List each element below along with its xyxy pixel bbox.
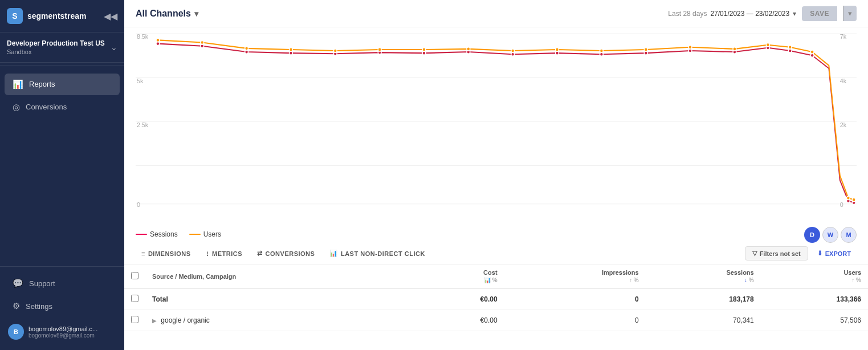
workspace-name: Developer Production Test US [7,39,105,48]
sidebar-collapse-button[interactable]: ◀◀ [104,11,117,22]
svg-point-45 [733,47,736,51]
table-row: ▶ google / organic €0.00 0 70,341 57,506 [124,310,868,331]
export-button[interactable]: ⬇ EXPORT [812,247,857,260]
sidebar-item-reports[interactable]: 📊 Reports [5,74,120,95]
sidebar-item-support[interactable]: 💬 Support [5,272,120,294]
expand-icon[interactable]: ▶ [152,318,157,324]
svg-point-39 [467,47,470,51]
svg-text:7k: 7k [840,33,847,40]
svg-point-25 [688,49,692,52]
svg-point-44 [688,46,692,49]
conversions-toolbar-icon: ⇄ [257,250,263,257]
svg-point-24 [644,51,647,55]
dimensions-button[interactable]: ≡ DIMENSIONS [136,247,197,260]
col-impressions-label: Impressions [602,269,639,276]
col-users-label: Users [843,269,861,276]
sidebar-logo: S segmentstream [7,8,87,24]
svg-text:4k: 4k [840,78,847,84]
col-sessions-label: Sessions [726,269,753,276]
filters-button[interactable]: ▽ Filters not set [745,246,808,261]
col-header-impressions: Impressions ↑ % [504,264,646,288]
support-icon: 💬 [13,278,23,288]
filter-icon: ▽ [752,250,757,257]
svg-point-19 [422,51,426,55]
sidebar-item-conversions[interactable]: ◎ Conversions [5,96,120,118]
chart-area: 8.5k 5k 2.5k 0 7k 4k 2k 0 [124,27,868,227]
workspace-chevron-icon[interactable]: ⌄ [111,43,117,52]
col-header-sessions[interactable]: Sessions ↓ % [646,264,761,288]
svg-point-37 [378,48,381,51]
sidebar-item-settings[interactable]: ⚙ Settings [5,295,120,317]
row-checkbox[interactable] [131,316,138,323]
svg-point-28 [788,49,792,52]
granularity-week-button[interactable]: W [822,227,838,243]
sessions-line-indicator [136,234,147,235]
row-source-label: google / organic [161,316,209,324]
sessions-sub-percent: % [749,277,754,283]
svg-point-29 [810,54,814,57]
svg-point-35 [290,48,293,51]
granularity-month-button[interactable]: M [841,227,857,243]
svg-point-16 [290,51,293,55]
svg-point-40 [511,49,515,52]
export-label: EXPORT [825,250,851,257]
total-checkbox[interactable] [131,295,138,302]
save-dropdown-button[interactable]: ▾ [843,6,857,21]
svg-point-13 [156,42,160,46]
legend-sessions[interactable]: Sessions [136,230,178,238]
svg-text:2k: 2k [840,121,847,128]
time-granularity-group: D W M [804,227,857,243]
export-icon: ⬇ [817,250,822,257]
svg-point-42 [600,49,603,52]
chart-legend: Sessions Users D W M [124,227,868,243]
chart-svg: 8.5k 5k 2.5k 0 7k 4k 2k 0 [136,33,857,210]
col-header-source: Source / Medium, Campaign [145,264,418,288]
svg-point-48 [810,50,814,54]
impressions-sub-icons: ↑ % [629,277,639,283]
metrics-button[interactable]: ⫶ METRICS [200,247,248,260]
table-body: Total €0.00 0 183,178 133,366 ▶ google /… [124,288,868,331]
date-range-selector[interactable]: Last 28 days 27/01/2023 — 23/02/2023 ▾ [668,10,796,18]
sessions-sort-icon[interactable]: ↓ [744,277,747,283]
row-sessions: 70,341 [646,310,761,331]
sidebar-item-support-label: Support [29,279,55,288]
filters-label: Filters not set [760,250,801,257]
conversions-button[interactable]: ⇄ CONVERSIONS [251,247,320,260]
table-total-row: Total €0.00 0 183,178 133,366 [124,288,868,310]
row-users: 57,506 [761,310,868,331]
header-right: Last 28 days 27/01/2023 — 23/02/2023 ▾ S… [668,6,857,21]
legend-users[interactable]: Users [189,230,221,238]
data-table: Source / Medium, Campaign Cost 📊 % [124,264,868,331]
conversions-icon: ◎ [13,102,20,112]
channel-selector[interactable]: All Channels ▾ [136,9,198,19]
main-header: All Channels ▾ Last 28 days 27/01/2023 —… [124,0,868,27]
col-cost-label: Cost [483,269,497,276]
avatar: B [8,324,24,340]
dimensions-label: DIMENSIONS [148,250,191,257]
users-sub-icons: ↑ % [851,277,861,283]
col-header-users: Users ↑ % [761,264,868,288]
svg-point-47 [788,46,792,49]
svg-point-14 [201,44,204,48]
channel-label: All Channels [136,9,191,19]
granularity-day-button[interactable]: D [804,227,820,243]
sidebar-header: S segmentstream ◀◀ [0,0,124,32]
sidebar-item-settings-label: Settings [26,302,52,311]
legend-sessions-label: Sessions [150,230,178,238]
row-impressions: 0 [504,310,646,331]
svg-text:2.5k: 2.5k [137,121,149,128]
svg-point-38 [422,48,426,51]
select-all-checkbox[interactable] [131,272,138,279]
user-row[interactable]: B bogomolov89@gmail.c... bogomolov89@gma… [0,318,124,345]
last-click-icon: 📊 [329,250,338,257]
legend-users-label: Users [203,230,221,238]
data-toolbar: ≡ DIMENSIONS ⫶ METRICS ⇄ CONVERSIONS 📊 L… [124,243,868,264]
select-all-header [124,264,145,288]
total-label: Total [145,288,418,310]
users-line-indicator [189,234,201,235]
total-checkbox-cell [124,288,145,310]
date-dropdown-icon[interactable]: ▾ [793,10,796,18]
last-click-button[interactable]: 📊 LAST NON-DIRECT CLICK [324,247,431,260]
cost-sub-icons: 📊 % [484,277,498,283]
save-button[interactable]: SAVE [802,6,837,21]
